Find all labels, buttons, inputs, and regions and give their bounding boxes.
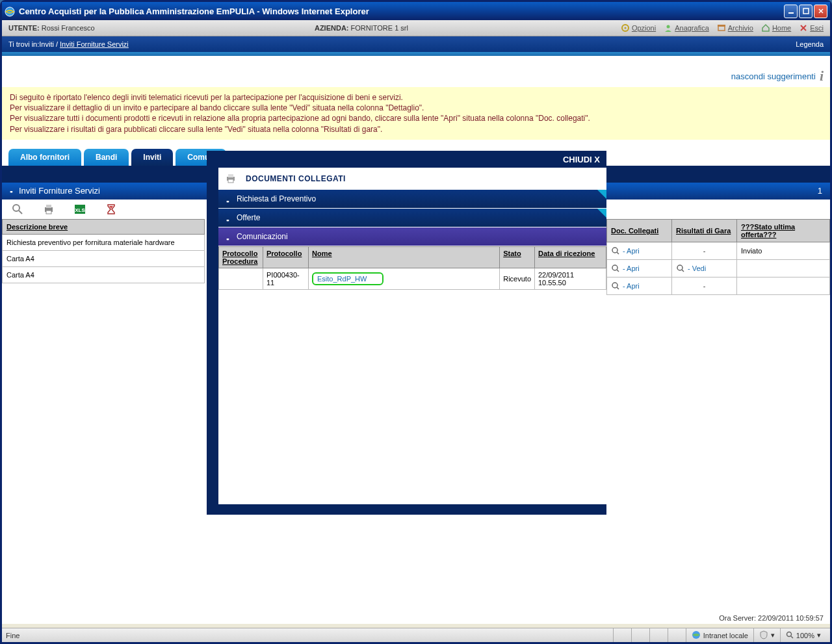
apri-link-1[interactable]: - Apri xyxy=(611,264,668,273)
bullet-icon xyxy=(226,215,231,220)
breadcrumb-path2[interactable]: Inviti Forniture Servizi xyxy=(60,40,129,48)
info-bar: UTENTE: Rossi Francesco AZIENDA: FORNITO… xyxy=(2,20,830,36)
col-protocollo[interactable]: Protocollo xyxy=(263,247,309,268)
hint-line-2: Per visualizzare il dettaglio di un invi… xyxy=(10,103,822,113)
svg-line-22 xyxy=(617,270,619,272)
svg-point-21 xyxy=(612,265,618,270)
magnifier-icon xyxy=(611,281,620,290)
status-seg-empty xyxy=(631,628,649,642)
tab-bandi[interactable]: Bandi xyxy=(84,149,129,166)
status-zone[interactable]: Intranet locale xyxy=(686,628,753,642)
hint-line-3: Per visualizzare tutti i documenti prodo… xyxy=(10,113,822,123)
minimize-button[interactable] xyxy=(784,5,798,18)
col-data-ricezione[interactable]: Data di ricezione xyxy=(535,247,606,268)
status-seg-empty xyxy=(613,628,631,642)
acc-comunicazioni[interactable]: Comunicazioni xyxy=(218,227,606,246)
exit-icon xyxy=(799,23,808,32)
titlebar: Centro Acquisti per la Pubblica Amminist… xyxy=(2,2,830,20)
statusbar: Fine Intranet locale ▾ 100% ▾ xyxy=(2,628,830,642)
acc-notch-icon xyxy=(597,209,606,218)
col-stato[interactable]: Stato xyxy=(500,247,535,268)
vedi-link-1[interactable]: - Vedi xyxy=(676,264,733,273)
apri-link-0[interactable]: - Apri xyxy=(611,246,668,255)
hints-box: Di seguito è riportato l'elenco degli in… xyxy=(2,87,830,140)
svg-rect-8 xyxy=(718,26,725,31)
archive-icon xyxy=(717,23,726,32)
acc-richiesta-preventivo[interactable]: Richiesta di Preventivo xyxy=(218,190,606,209)
col-stato-offerta[interactable]: ???Stato ultima offerta??? xyxy=(737,219,830,242)
window-controls xyxy=(784,5,827,18)
nome-link[interactable]: Esito_RdP_HW xyxy=(317,275,367,283)
apri-link-2[interactable]: - Apri xyxy=(611,281,668,290)
legenda-link[interactable]: Legenda xyxy=(796,40,824,48)
svg-rect-15 xyxy=(46,205,51,208)
modal-header: CHIUDI X xyxy=(207,151,606,168)
close-button[interactable] xyxy=(814,5,827,18)
bullet-icon xyxy=(226,196,231,201)
company-name: FORNITORE 1 srl xyxy=(351,24,408,32)
maximize-button[interactable] xyxy=(799,5,812,18)
svg-point-6 xyxy=(624,27,626,29)
risultati-0: - xyxy=(672,242,737,259)
esci-link[interactable]: Esci xyxy=(799,23,824,32)
user-icon xyxy=(664,23,673,32)
breadcrumb-prefix: Ti trovi in: xyxy=(8,40,39,48)
col-descrizione-breve[interactable]: Descrizione breve xyxy=(3,219,205,234)
user-name: Rossi Francesco xyxy=(42,24,95,32)
ie-icon xyxy=(5,6,15,16)
hints-area: nascondi suggerimenti i Di seguito è rip… xyxy=(2,56,830,140)
svg-point-7 xyxy=(667,25,670,29)
svg-rect-2 xyxy=(803,8,809,14)
bullet-icon xyxy=(226,234,231,239)
stato-2 xyxy=(737,277,830,294)
svg-point-12 xyxy=(13,205,20,211)
modal-close-button[interactable]: CHIUDI X xyxy=(563,155,600,164)
breadcrumb: Ti trovi in:Inviti / Inviti Forniture Se… xyxy=(2,36,830,52)
svg-rect-28 xyxy=(228,174,233,177)
svg-point-19 xyxy=(612,248,618,253)
anagrafica-link[interactable]: Anagrafica xyxy=(664,23,709,32)
col-risultati-gara[interactable]: Risultati di Gara xyxy=(672,219,737,242)
tab-albo-fornitori[interactable]: Albo fornitori xyxy=(8,149,81,166)
status-left: Fine xyxy=(6,632,613,639)
left-row-1: Carta A4 xyxy=(3,250,205,266)
cell-data-ricezione: 22/09/2011 10.55.50 xyxy=(535,268,606,290)
stato-0: Inviato xyxy=(737,242,830,259)
app-window: Centro Acquisti per la Pubblica Amminist… xyxy=(0,0,832,644)
svg-line-26 xyxy=(617,287,619,289)
acc-content-comunicazioni: Protocollo Procedura Protocollo Nome Sta… xyxy=(218,246,606,290)
status-protected-mode[interactable]: ▾ xyxy=(753,628,780,642)
left-row-2: Carta A4 xyxy=(3,266,205,283)
status-seg-empty xyxy=(649,628,668,642)
cell-protocollo: PI000430-11 xyxy=(263,268,309,290)
stato-1 xyxy=(737,259,830,277)
home-link[interactable]: Home xyxy=(761,23,791,32)
print-icon[interactable] xyxy=(42,203,55,216)
toggle-hints-link[interactable]: nascondi suggerimenti i xyxy=(731,68,824,84)
status-zoom[interactable]: 100% ▾ xyxy=(780,628,826,642)
acc-offerte[interactable]: Offerte xyxy=(218,209,606,227)
modal-title: DOCUMENTI COLLEGATI xyxy=(246,174,346,183)
search-icon[interactable] xyxy=(11,203,24,216)
cell-protproc xyxy=(219,268,263,290)
modal-documenti-collegati: CHIUDI X DOCUMENTI COLLEGATI Richiesta d… xyxy=(207,151,606,515)
col-protocollo-procedura[interactable]: Protocollo Procedura xyxy=(219,247,263,268)
modal-body: DOCUMENTI COLLEGATI Richiesta di Prevent… xyxy=(218,168,606,504)
svg-line-20 xyxy=(617,252,619,254)
print-icon[interactable] xyxy=(225,173,237,185)
opzioni-link[interactable]: Opzioni xyxy=(621,23,656,32)
archivio-link[interactable]: Archivio xyxy=(717,23,753,32)
acc-notch-icon xyxy=(597,190,606,199)
svg-rect-16 xyxy=(46,211,51,214)
user-label: UTENTE: xyxy=(8,24,40,32)
svg-line-32 xyxy=(791,636,793,638)
svg-point-31 xyxy=(786,632,791,636)
col-nome[interactable]: Nome xyxy=(309,247,500,268)
section-bullet-icon xyxy=(10,186,15,191)
tab-inviti[interactable]: Inviti xyxy=(131,149,173,166)
excel-icon[interactable]: XLS xyxy=(73,203,86,216)
hourglass-icon[interactable] xyxy=(105,203,118,216)
svg-line-13 xyxy=(19,211,22,214)
company-label: AZIENDA: xyxy=(315,24,349,32)
col-doc-collegati[interactable]: Doc. Collegati xyxy=(607,219,672,242)
